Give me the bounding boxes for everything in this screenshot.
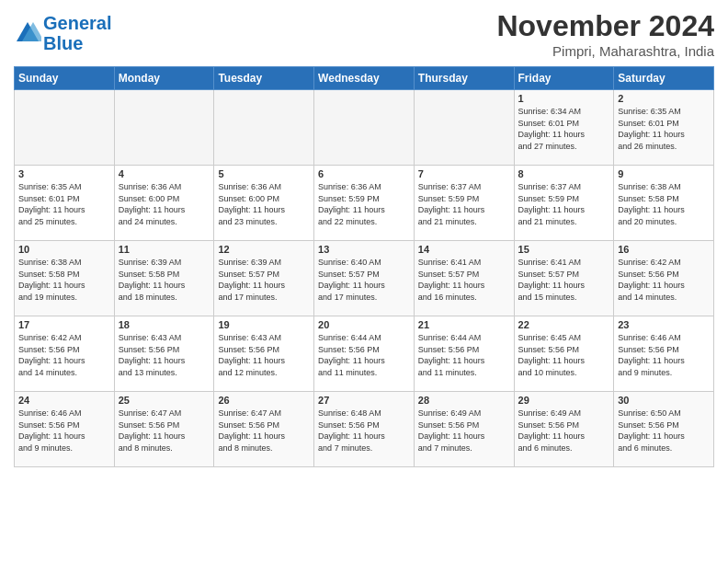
day-info: Sunrise: 6:50 AM Sunset: 5:56 PM Dayligh… xyxy=(618,408,710,454)
calendar-cell: 5Sunrise: 6:36 AM Sunset: 6:00 PM Daylig… xyxy=(214,166,314,241)
day-number: 5 xyxy=(218,168,310,179)
week-row-3: 17Sunrise: 6:42 AM Sunset: 5:56 PM Dayli… xyxy=(15,316,714,392)
day-number: 3 xyxy=(18,168,110,179)
month-title: November 2024 xyxy=(496,9,714,43)
day-number: 21 xyxy=(418,319,510,330)
title-block: November 2024 Pimpri, Maharashtra, India xyxy=(496,9,714,59)
calendar-cell: 6Sunrise: 6:36 AM Sunset: 5:59 PM Daylig… xyxy=(314,166,415,241)
calendar-cell xyxy=(114,90,214,166)
day-number: 6 xyxy=(318,168,410,179)
calendar-cell: 15Sunrise: 6:41 AM Sunset: 5:57 PM Dayli… xyxy=(514,241,614,316)
calendar-cell xyxy=(314,90,415,166)
day-info: Sunrise: 6:35 AM Sunset: 6:01 PM Dayligh… xyxy=(618,106,710,152)
calendar-cell: 20Sunrise: 6:44 AM Sunset: 5:56 PM Dayli… xyxy=(314,316,415,392)
day-info: Sunrise: 6:47 AM Sunset: 5:56 PM Dayligh… xyxy=(119,408,210,454)
calendar-cell: 4Sunrise: 6:36 AM Sunset: 6:00 PM Daylig… xyxy=(114,166,214,241)
week-row-2: 10Sunrise: 6:38 AM Sunset: 5:58 PM Dayli… xyxy=(15,241,714,316)
day-info: Sunrise: 6:38 AM Sunset: 5:58 PM Dayligh… xyxy=(18,257,110,303)
day-number: 7 xyxy=(418,168,510,179)
page: General Blue November 2024 Pimpri, Mahar… xyxy=(0,0,728,563)
logo-line1: General xyxy=(43,13,111,33)
day-number: 26 xyxy=(218,395,310,406)
day-info: Sunrise: 6:48 AM Sunset: 5:56 PM Dayligh… xyxy=(318,408,410,454)
calendar-cell: 11Sunrise: 6:39 AM Sunset: 5:58 PM Dayli… xyxy=(114,241,214,316)
logo: General Blue xyxy=(14,13,111,53)
day-number: 10 xyxy=(18,244,110,255)
day-info: Sunrise: 6:41 AM Sunset: 5:57 PM Dayligh… xyxy=(518,257,610,303)
day-number: 20 xyxy=(318,319,410,330)
calendar-cell: 30Sunrise: 6:50 AM Sunset: 5:56 PM Dayli… xyxy=(614,392,714,467)
week-row-1: 3Sunrise: 6:35 AM Sunset: 6:01 PM Daylig… xyxy=(15,166,714,241)
day-info: Sunrise: 6:41 AM Sunset: 5:57 PM Dayligh… xyxy=(418,257,510,303)
calendar-cell xyxy=(214,90,314,166)
day-number: 2 xyxy=(618,93,710,104)
calendar-cell xyxy=(414,90,514,166)
header-friday: Friday xyxy=(514,67,614,90)
calendar-cell: 10Sunrise: 6:38 AM Sunset: 5:58 PM Dayli… xyxy=(15,241,115,316)
day-info: Sunrise: 6:45 AM Sunset: 5:56 PM Dayligh… xyxy=(518,332,610,378)
day-info: Sunrise: 6:36 AM Sunset: 5:59 PM Dayligh… xyxy=(318,181,410,227)
day-number: 13 xyxy=(318,244,410,255)
calendar-cell: 13Sunrise: 6:40 AM Sunset: 5:57 PM Dayli… xyxy=(314,241,415,316)
header-thursday: Thursday xyxy=(414,67,514,90)
day-number: 1 xyxy=(518,93,610,104)
day-info: Sunrise: 6:38 AM Sunset: 5:58 PM Dayligh… xyxy=(618,181,710,227)
logo-icon xyxy=(14,19,41,47)
day-info: Sunrise: 6:47 AM Sunset: 5:56 PM Dayligh… xyxy=(218,408,310,454)
day-number: 18 xyxy=(119,319,210,330)
day-number: 15 xyxy=(518,244,610,255)
header: General Blue November 2024 Pimpri, Mahar… xyxy=(14,9,714,59)
day-info: Sunrise: 6:36 AM Sunset: 6:00 PM Dayligh… xyxy=(218,181,310,227)
day-number: 14 xyxy=(418,244,510,255)
day-number: 12 xyxy=(218,244,310,255)
day-number: 30 xyxy=(618,395,710,406)
calendar-header-row: Sunday Monday Tuesday Wednesday Thursday… xyxy=(15,67,714,90)
day-number: 4 xyxy=(119,168,210,179)
calendar-cell: 23Sunrise: 6:46 AM Sunset: 5:56 PM Dayli… xyxy=(614,316,714,392)
day-number: 23 xyxy=(618,319,710,330)
day-info: Sunrise: 6:37 AM Sunset: 5:59 PM Dayligh… xyxy=(418,181,510,227)
calendar-cell: 7Sunrise: 6:37 AM Sunset: 5:59 PM Daylig… xyxy=(414,166,514,241)
calendar-table: Sunday Monday Tuesday Wednesday Thursday… xyxy=(14,66,714,467)
calendar-cell: 25Sunrise: 6:47 AM Sunset: 5:56 PM Dayli… xyxy=(114,392,214,467)
day-info: Sunrise: 6:42 AM Sunset: 5:56 PM Dayligh… xyxy=(18,332,110,378)
day-info: Sunrise: 6:44 AM Sunset: 5:56 PM Dayligh… xyxy=(318,332,410,378)
day-info: Sunrise: 6:43 AM Sunset: 5:56 PM Dayligh… xyxy=(119,332,210,378)
calendar-cell: 19Sunrise: 6:43 AM Sunset: 5:56 PM Dayli… xyxy=(214,316,314,392)
day-number: 16 xyxy=(618,244,710,255)
logo-line2: Blue xyxy=(43,33,83,53)
week-row-4: 24Sunrise: 6:46 AM Sunset: 5:56 PM Dayli… xyxy=(15,392,714,467)
day-number: 19 xyxy=(218,319,310,330)
calendar-cell: 22Sunrise: 6:45 AM Sunset: 5:56 PM Dayli… xyxy=(514,316,614,392)
logo-text: General Blue xyxy=(43,13,111,53)
day-number: 24 xyxy=(18,395,110,406)
day-info: Sunrise: 6:39 AM Sunset: 5:58 PM Dayligh… xyxy=(119,257,210,303)
calendar-cell: 16Sunrise: 6:42 AM Sunset: 5:56 PM Dayli… xyxy=(614,241,714,316)
calendar-cell: 1Sunrise: 6:34 AM Sunset: 6:01 PM Daylig… xyxy=(514,90,614,166)
calendar-cell: 3Sunrise: 6:35 AM Sunset: 6:01 PM Daylig… xyxy=(15,166,115,241)
day-info: Sunrise: 6:44 AM Sunset: 5:56 PM Dayligh… xyxy=(418,332,510,378)
calendar-cell: 18Sunrise: 6:43 AM Sunset: 5:56 PM Dayli… xyxy=(114,316,214,392)
day-number: 22 xyxy=(518,319,610,330)
calendar-cell: 27Sunrise: 6:48 AM Sunset: 5:56 PM Dayli… xyxy=(314,392,415,467)
day-number: 17 xyxy=(18,319,110,330)
header-sunday: Sunday xyxy=(15,67,115,90)
day-number: 8 xyxy=(518,168,610,179)
calendar-cell xyxy=(15,90,115,166)
header-tuesday: Tuesday xyxy=(214,67,314,90)
day-info: Sunrise: 6:39 AM Sunset: 5:57 PM Dayligh… xyxy=(218,257,310,303)
calendar-cell: 24Sunrise: 6:46 AM Sunset: 5:56 PM Dayli… xyxy=(15,392,115,467)
calendar-cell: 17Sunrise: 6:42 AM Sunset: 5:56 PM Dayli… xyxy=(15,316,115,392)
calendar-cell: 2Sunrise: 6:35 AM Sunset: 6:01 PM Daylig… xyxy=(614,90,714,166)
day-info: Sunrise: 6:35 AM Sunset: 6:01 PM Dayligh… xyxy=(18,181,110,227)
day-info: Sunrise: 6:46 AM Sunset: 5:56 PM Dayligh… xyxy=(618,332,710,378)
day-info: Sunrise: 6:43 AM Sunset: 5:56 PM Dayligh… xyxy=(218,332,310,378)
day-info: Sunrise: 6:37 AM Sunset: 5:59 PM Dayligh… xyxy=(518,181,610,227)
calendar-cell: 14Sunrise: 6:41 AM Sunset: 5:57 PM Dayli… xyxy=(414,241,514,316)
day-number: 25 xyxy=(119,395,210,406)
day-info: Sunrise: 6:40 AM Sunset: 5:57 PM Dayligh… xyxy=(318,257,410,303)
day-number: 27 xyxy=(318,395,410,406)
calendar-cell: 28Sunrise: 6:49 AM Sunset: 5:56 PM Dayli… xyxy=(414,392,514,467)
day-info: Sunrise: 6:36 AM Sunset: 6:00 PM Dayligh… xyxy=(119,181,210,227)
day-number: 28 xyxy=(418,395,510,406)
